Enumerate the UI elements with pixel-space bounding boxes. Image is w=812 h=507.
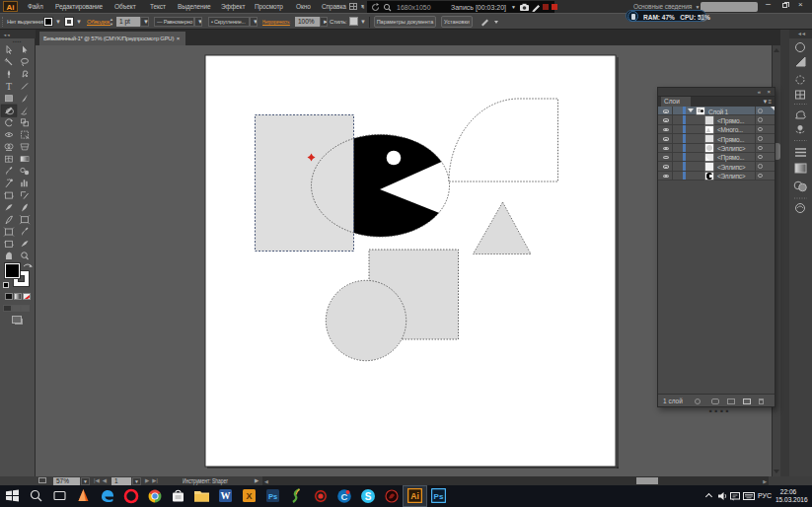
svg-text:Ps: Ps — [434, 492, 444, 501]
svg-text:Ps: Ps — [268, 492, 277, 501]
svg-text:Ai: Ai — [410, 491, 419, 501]
svg-text:S: S — [365, 491, 372, 502]
svg-text:X: X — [246, 491, 252, 501]
svg-text:W: W — [221, 490, 231, 501]
